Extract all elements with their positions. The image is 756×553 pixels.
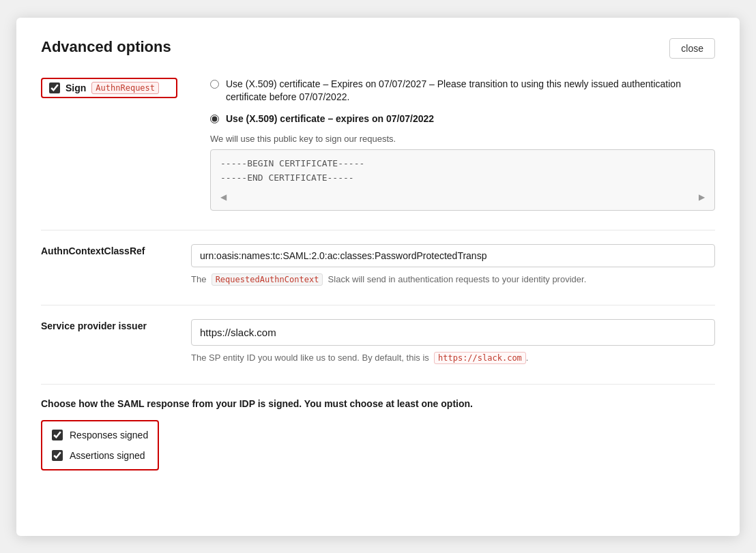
divider-2: [41, 305, 715, 305]
service-provider-section: Service provider issuer The SP entity ID…: [41, 319, 715, 365]
cert-end-line: -----END CERTIFICATE-----: [220, 171, 705, 185]
certificate-box: -----BEGIN CERTIFICATE----- -----END CER…: [210, 149, 715, 211]
modal-container: Advanced options close Sign AuthnRequest…: [16, 18, 740, 536]
radio-option-2: Use (X.509) certificate – expires on 07/…: [210, 113, 715, 126]
modal-header: Advanced options close: [41, 38, 715, 59]
assertions-signed-checkbox[interactable]: [52, 450, 63, 461]
sign-authn-label-box: Sign AuthnRequest: [41, 78, 177, 98]
saml-signing-section: Choose how the SAML response from your I…: [41, 398, 715, 470]
divider-3: [41, 384, 715, 385]
cert-scroll-bar: ◀ ▶: [220, 191, 705, 203]
authn-request-badge: AuthnRequest: [91, 82, 159, 94]
cert-radio-1[interactable]: [210, 80, 219, 89]
scroll-right-icon[interactable]: ▶: [699, 192, 705, 202]
service-provider-content: The SP entity ID you would like us to se…: [191, 319, 715, 365]
authn-context-helper-prefix: The: [191, 274, 206, 284]
saml-signing-title: Choose how the SAML response from your I…: [41, 398, 715, 409]
sign-authn-row: Sign AuthnRequest Use (X.509) certificat…: [41, 78, 715, 211]
sign-authn-checkbox[interactable]: [49, 83, 60, 93]
responses-signed-row: Responses signed: [52, 430, 148, 440]
service-provider-input[interactable]: [191, 319, 715, 346]
radio-option-1: Use (X.509) certificate – Expires on 07/…: [210, 78, 715, 104]
service-provider-helper: The SP entity ID you would like us to se…: [191, 351, 715, 365]
cert-radio-2[interactable]: [210, 115, 219, 123]
cert-label-2: Use (X.509) certificate – expires on 07/…: [226, 113, 434, 126]
assertions-signed-label: Assertions signed: [70, 450, 145, 461]
certificate-hint: We will use this public key to sign our …: [210, 134, 715, 144]
cert-begin-line: -----BEGIN CERTIFICATE-----: [220, 157, 705, 171]
service-provider-label: Service provider issuer: [41, 319, 191, 331]
sp-helper-link: https://slack.com: [434, 352, 526, 364]
sp-helper-prefix: The SP entity ID you would like us to se…: [191, 353, 429, 363]
authn-context-helper-suffix: Slack will send in authentication reques…: [328, 274, 587, 284]
authn-context-label: AuthnContextClassRef: [41, 244, 191, 256]
responses-signed-label: Responses signed: [70, 430, 148, 440]
sign-label: Sign: [66, 83, 86, 93]
authn-context-section: AuthnContextClassRef The RequestedAuthnC…: [41, 244, 715, 286]
certificate-content: -----BEGIN CERTIFICATE----- -----END CER…: [220, 157, 705, 185]
signing-checkboxes-box: Responses signed Assertions signed: [41, 420, 159, 470]
authn-context-content: The RequestedAuthnContext Slack will sen…: [191, 244, 715, 286]
sp-helper-suffix: .: [526, 353, 529, 363]
scroll-left-icon[interactable]: ◀: [220, 192, 227, 202]
responses-signed-checkbox[interactable]: [52, 430, 63, 440]
divider-1: [41, 230, 715, 230]
authn-context-helper: The RequestedAuthnContext Slack will sen…: [191, 273, 715, 286]
authn-context-input[interactable]: [191, 244, 715, 267]
assertions-signed-row: Assertions signed: [52, 450, 148, 461]
modal-title: Advanced options: [41, 38, 171, 56]
close-button[interactable]: close: [669, 38, 715, 59]
certificate-options: Use (X.509) certificate – Expires on 07/…: [210, 78, 715, 211]
cert-label-1: Use (X.509) certificate – Expires on 07/…: [226, 78, 715, 104]
requested-authn-context-badge: RequestedAuthnContext: [212, 273, 323, 286]
